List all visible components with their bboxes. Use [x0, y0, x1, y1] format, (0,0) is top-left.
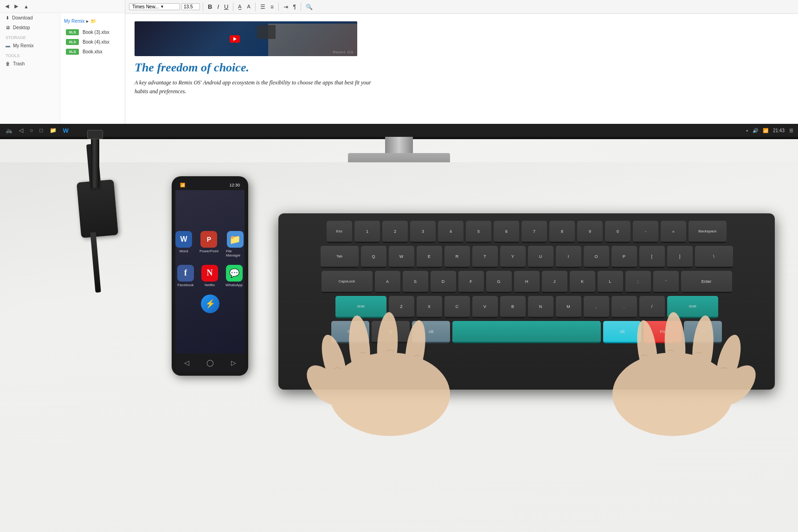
key-9[interactable]: 9 — [577, 221, 603, 243]
key-m[interactable]: M — [556, 296, 581, 318]
key-lbracket[interactable]: [ — [639, 246, 665, 268]
key-h[interactable]: H — [514, 271, 540, 293]
key-backslash[interactable]: \ — [695, 246, 733, 268]
file-row-1[interactable]: XLS Book (3).xlsx — [64, 27, 121, 37]
sidebar-item-myremix[interactable]: ▬ My Remix — [0, 41, 60, 51]
key-ctrl-right[interactable]: Ctrl — [684, 321, 722, 343]
key-v[interactable]: V — [472, 296, 498, 318]
key-7[interactable]: 7 — [521, 221, 547, 243]
list-ordered-button[interactable]: ≡ — [269, 3, 276, 11]
key-d[interactable]: D — [431, 271, 456, 293]
key-i[interactable]: I — [556, 246, 581, 268]
taskbar-square-icon[interactable]: □ — [39, 127, 43, 134]
sidebar-item-trash[interactable]: 🗑 Trash — [0, 59, 60, 69]
key-6[interactable]: 6 — [494, 221, 519, 243]
sidebar-item-desktop[interactable]: 🖥 Desktop — [0, 23, 60, 32]
key-l[interactable]: L — [598, 271, 623, 293]
key-ctrl-left[interactable]: Ctrl — [331, 321, 369, 343]
app-remix[interactable]: ⚡ — [201, 295, 219, 313]
key-s[interactable]: S — [403, 271, 428, 293]
key-shift-right[interactable]: Shift — [667, 296, 718, 318]
taskbar-word-icon[interactable]: W — [63, 127, 69, 134]
key-comma[interactable]: , — [584, 296, 609, 318]
highlight-button[interactable]: A̲ — [236, 3, 244, 10]
indent-button[interactable]: ⇥ — [282, 3, 290, 11]
format-button[interactable]: ¶ — [291, 3, 298, 11]
sidebar-item-download[interactable]: ⬇ Download — [0, 13, 60, 23]
key-f[interactable]: F — [458, 271, 484, 293]
key-e[interactable]: E — [417, 246, 442, 268]
key-y[interactable]: Y — [500, 246, 526, 268]
key-w[interactable]: W — [389, 246, 414, 268]
key-space[interactable] — [452, 321, 601, 343]
key-n[interactable]: N — [528, 296, 553, 318]
key-period[interactable]: . — [611, 296, 637, 318]
key-t[interactable]: T — [472, 246, 498, 268]
app-word[interactable]: W Word — [175, 231, 192, 257]
key-k[interactable]: K — [570, 271, 595, 293]
key-slash[interactable]: / — [639, 296, 665, 318]
key-win[interactable]: ⊞ — [372, 321, 410, 343]
search-button[interactable]: 🔍 — [304, 3, 315, 11]
file-row-2[interactable]: XLS Book (4).xlsx — [64, 37, 121, 47]
key-r[interactable]: R — [444, 246, 470, 268]
font-selector[interactable]: Times New... ▼ — [129, 3, 180, 10]
taskbar-home-icon[interactable]: ○ — [30, 127, 33, 134]
key-capslock[interactable]: CapsLock — [322, 271, 373, 293]
bold-button[interactable]: B — [206, 3, 214, 11]
key-c[interactable]: C — [444, 296, 470, 318]
key-semicolon[interactable]: ; — [625, 271, 651, 293]
key-esc[interactable]: Esc — [327, 221, 352, 243]
key-a[interactable]: A — [375, 271, 400, 293]
key-5[interactable]: 5 — [466, 221, 491, 243]
file-row-3[interactable]: XLS Book.xlsx — [64, 47, 121, 57]
key-equals[interactable]: = — [661, 221, 686, 243]
fm-back-btn[interactable]: ◀ — [4, 3, 10, 10]
key-u[interactable]: U — [528, 246, 553, 268]
taskbar-bike-icon[interactable]: 🚲 — [6, 127, 13, 134]
key-0[interactable]: 0 — [605, 221, 631, 243]
key-fn[interactable]: Fn — [644, 321, 682, 343]
font-size-selector[interactable]: 13.5 — [181, 3, 200, 10]
font-color-button[interactable]: A — [245, 3, 252, 10]
app-whatsapp[interactable]: 💬 WhatsApp — [225, 265, 243, 287]
underline-button[interactable]: U — [222, 3, 230, 11]
key-2[interactable]: 2 — [382, 221, 408, 243]
key-1[interactable]: 1 — [354, 221, 380, 243]
key-p[interactable]: P — [611, 246, 637, 268]
taskbar-folder-icon[interactable]: 📁 — [50, 127, 57, 134]
key-b[interactable]: B — [500, 296, 526, 318]
key-quote[interactable]: ' — [653, 271, 679, 293]
key-q[interactable]: Q — [361, 246, 386, 268]
key-z[interactable]: Z — [389, 296, 414, 318]
key-8[interactable]: 8 — [549, 221, 575, 243]
fm-up-btn[interactable]: ▲ — [22, 3, 30, 10]
phone-back-button[interactable]: ◁ — [184, 359, 189, 366]
key-g[interactable]: G — [486, 271, 512, 293]
app-powerpoint[interactable]: P PowerPoint — [200, 231, 219, 257]
key-enter[interactable]: Enter — [681, 271, 732, 293]
key-shift-left[interactable]: Shift — [335, 296, 386, 318]
key-backspace[interactable]: Backspace — [689, 221, 727, 243]
phone-recents-button[interactable]: ▷ — [231, 359, 236, 366]
phone-home-button[interactable]: ◯ — [206, 359, 214, 366]
key-o[interactable]: O — [584, 246, 609, 268]
breadcrumb-myremix[interactable]: My Remix — [64, 19, 84, 24]
key-j[interactable]: J — [542, 271, 567, 293]
key-tab[interactable]: Tab — [321, 246, 359, 268]
app-netflix[interactable]: N Netflix — [201, 265, 218, 287]
taskbar-menu-icon[interactable]: ☰ — [789, 128, 793, 133]
key-rbracket[interactable]: ] — [667, 246, 693, 268]
app-filemanager[interactable]: 📁 File Manager — [226, 231, 245, 257]
key-minus[interactable]: - — [633, 221, 658, 243]
key-alt-left[interactable]: Alt — [412, 321, 450, 343]
taskbar-back-icon[interactable]: ◁ — [19, 127, 23, 134]
list-unordered-button[interactable]: ☰ — [258, 3, 267, 11]
app-facebook[interactable]: f Facebook — [177, 265, 194, 287]
key-alt-right[interactable]: Alt — [603, 321, 641, 343]
key-3[interactable]: 3 — [410, 221, 436, 243]
key-x[interactable]: X — [417, 296, 442, 318]
key-4[interactable]: 4 — [438, 221, 463, 243]
fm-forward-btn[interactable]: ▶ — [13, 3, 19, 10]
italic-button[interactable]: I — [215, 3, 221, 11]
